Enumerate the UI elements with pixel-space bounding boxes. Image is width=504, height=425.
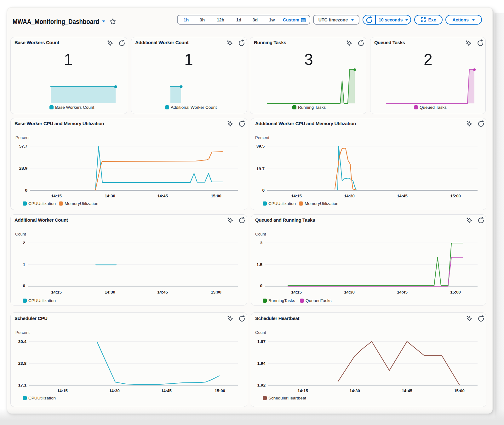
svg-text:Percent: Percent [255, 135, 269, 140]
svg-text:2: 2 [424, 51, 432, 68]
svg-text:Base Workers Count: Base Workers Count [14, 40, 59, 45]
svg-text:Count: Count [255, 232, 266, 236]
svg-text:14:45: 14:45 [157, 194, 168, 198]
svg-text:14:45: 14:45 [397, 194, 407, 198]
svg-text:1: 1 [184, 51, 193, 68]
svg-text:14:15: 14:15 [291, 194, 301, 198]
svg-text:1: 1 [64, 51, 73, 68]
svg-text:Additional Worker CPU and Memo: Additional Worker CPU and Memory Utiliza… [255, 121, 356, 126]
svg-text:Additional Worker Count: Additional Worker Count [14, 217, 68, 223]
svg-text:14:45: 14:45 [397, 290, 407, 294]
svg-text:CPUUtilization: CPUUtilization [268, 201, 296, 206]
svg-text:Queued Tasks: Queued Tasks [374, 40, 405, 45]
svg-text:14:30: 14:30 [344, 194, 354, 198]
svg-text:Scheduler CPU: Scheduler CPU [14, 316, 47, 321]
svg-text:Running Tasks: Running Tasks [254, 40, 286, 45]
svg-text:30.4: 30.4 [18, 339, 27, 344]
svg-text:15:00: 15:00 [211, 290, 221, 294]
svg-text:0: 0 [262, 188, 265, 193]
svg-text:Count: Count [255, 330, 266, 335]
svg-text:28.9: 28.9 [19, 166, 27, 171]
svg-text:1.94: 1.94 [257, 361, 266, 366]
svg-text:15:00: 15:00 [215, 388, 225, 393]
svg-text:0: 0 [25, 188, 27, 193]
svg-text:14:45: 14:45 [157, 290, 168, 294]
svg-text:MemoryUtilization: MemoryUtilization [305, 201, 338, 206]
svg-text:17.1: 17.1 [18, 383, 27, 387]
svg-text:Additional Worker Count: Additional Worker Count [135, 40, 189, 45]
svg-text:1.5: 1.5 [256, 262, 262, 267]
svg-text:14:45: 14:45 [402, 388, 412, 393]
svg-text:15:00: 15:00 [450, 194, 461, 198]
svg-text:MemoryUtilization: MemoryUtilization [65, 201, 98, 206]
svg-text:Queued and Running Tasks: Queued and Running Tasks [255, 217, 315, 223]
svg-text:14:30: 14:30 [105, 194, 115, 198]
svg-text:0: 0 [260, 283, 262, 288]
svg-text:Percent: Percent [15, 330, 30, 335]
svg-text:15:00: 15:00 [454, 388, 464, 393]
svg-text:14:30: 14:30 [344, 290, 354, 294]
svg-text:2: 2 [23, 241, 25, 245]
svg-text:Scheduler Heartbeat: Scheduler Heartbeat [255, 316, 299, 321]
svg-text:CPUUtilization: CPUUtilization [28, 298, 56, 303]
svg-text:39.5: 39.5 [256, 144, 265, 148]
svg-text:0: 0 [23, 283, 25, 288]
svg-text:Additional Worker Count: Additional Worker Count [171, 105, 217, 110]
svg-text:15:00: 15:00 [211, 194, 221, 198]
svg-text:14:15: 14:15 [51, 194, 61, 198]
svg-text:19.7: 19.7 [256, 166, 265, 171]
svg-text:14:30: 14:30 [105, 290, 115, 294]
svg-text:3: 3 [304, 51, 313, 68]
svg-text:Queued Tasks: Queued Tasks [420, 105, 447, 110]
svg-text:57.7: 57.7 [19, 144, 27, 148]
svg-text:14:15: 14:15 [51, 290, 61, 294]
svg-text:CPUUtilization: CPUUtilization [28, 396, 56, 400]
svg-text:Running Tasks: Running Tasks [298, 105, 326, 110]
svg-text:14:30: 14:30 [109, 388, 119, 393]
svg-text:23.8: 23.8 [18, 361, 27, 366]
svg-text:14:30: 14:30 [349, 388, 360, 393]
svg-text:3: 3 [260, 241, 262, 245]
svg-text:Base Worker CPU and Memory Uti: Base Worker CPU and Memory Utilization [14, 121, 104, 126]
svg-text:1.92: 1.92 [257, 383, 266, 387]
svg-text:14:15: 14:15 [297, 388, 308, 393]
svg-text:Base Workers Count: Base Workers Count [55, 105, 94, 110]
svg-text:1.97: 1.97 [257, 339, 266, 344]
svg-text:SchedulerHeartbeat: SchedulerHeartbeat [268, 396, 306, 400]
svg-text:14:45: 14:45 [161, 388, 171, 393]
svg-text:1: 1 [23, 262, 25, 267]
svg-text:14:15: 14:15 [57, 388, 67, 393]
svg-text:CPUUtilization: CPUUtilization [28, 201, 56, 206]
svg-text:Percent: Percent [15, 135, 30, 140]
svg-text:QueuedTasks: QueuedTasks [306, 298, 332, 303]
svg-text:Count: Count [15, 232, 26, 236]
svg-text:15:00: 15:00 [450, 290, 461, 294]
svg-text:14:15: 14:15 [291, 290, 301, 294]
svg-text:RunningTasks: RunningTasks [268, 298, 295, 303]
